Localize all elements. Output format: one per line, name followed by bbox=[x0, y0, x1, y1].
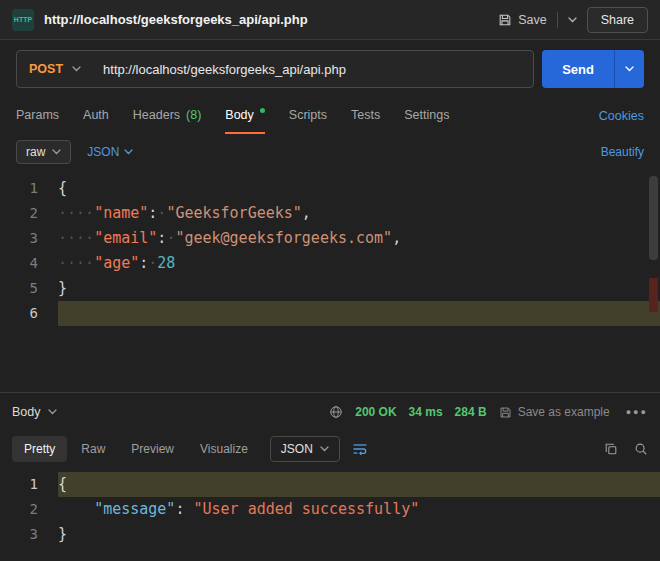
http-request-icon: HTTP bbox=[12, 9, 34, 31]
response-language-select[interactable]: JSON bbox=[270, 436, 340, 462]
response-tab-visualize[interactable]: Visualize bbox=[188, 436, 260, 462]
token-punct: { bbox=[58, 475, 67, 493]
network-globe-icon[interactable] bbox=[329, 405, 343, 419]
token-whitespace: ···· bbox=[58, 204, 94, 222]
beautify-button[interactable]: Beautify bbox=[601, 145, 644, 159]
request-tab-title: http://localhost/geeksforgeeks_api/api.p… bbox=[44, 12, 308, 27]
tab-auth[interactable]: Auth bbox=[83, 98, 109, 134]
response-tab-raw[interactable]: Raw bbox=[69, 436, 117, 462]
line-number: 1 bbox=[0, 176, 58, 201]
editor-line: 2 ····"name":·"GeeksforGeeks", bbox=[0, 201, 660, 226]
send-split-button: Send bbox=[542, 50, 644, 88]
share-button[interactable]: Share bbox=[587, 7, 648, 33]
cookies-link[interactable]: Cookies bbox=[599, 109, 644, 123]
line-number: 2 bbox=[0, 497, 58, 522]
tab-scripts[interactable]: Scripts bbox=[289, 98, 327, 134]
copy-button[interactable] bbox=[604, 442, 618, 456]
response-body-select[interactable]: Body bbox=[12, 405, 57, 419]
tab-settings[interactable]: Settings bbox=[404, 98, 449, 134]
chevron-down-icon bbox=[72, 66, 81, 72]
app-window: HTTP http://localhost/geeksforgeeks_api/… bbox=[0, 0, 660, 561]
tab-body[interactable]: Body bbox=[225, 98, 265, 134]
body-tab-dot bbox=[260, 108, 265, 113]
token-key: "email" bbox=[94, 229, 157, 247]
method-select[interactable]: POST bbox=[17, 62, 93, 76]
response-time[interactable]: 34 ms bbox=[409, 405, 443, 419]
body-format-toolbar: raw JSON Beautify bbox=[0, 134, 660, 170]
editor-line: 1 { bbox=[0, 176, 660, 201]
request-url-box: POST bbox=[16, 50, 534, 88]
editor-line: 3 ····"email":·"geek@geeksforgeeks.com", bbox=[0, 226, 660, 251]
tab-tests[interactable]: Tests bbox=[351, 98, 380, 134]
response-pane: Body 200 OK 34 ms 284 B Save as example … bbox=[0, 392, 660, 561]
url-input[interactable] bbox=[93, 62, 533, 77]
token-punct: : bbox=[139, 254, 148, 272]
wrap-text-button[interactable] bbox=[352, 442, 368, 456]
token-string: "geek@geeksforgeeks.com" bbox=[175, 229, 392, 247]
save-button[interactable]: Save bbox=[498, 13, 547, 27]
active-line-highlight bbox=[58, 301, 660, 326]
token-punct: , bbox=[392, 229, 401, 247]
token-punct: : bbox=[148, 204, 157, 222]
token-number: 28 bbox=[157, 254, 175, 272]
chevron-down-icon bbox=[48, 409, 57, 415]
line-number: 2 bbox=[0, 201, 58, 226]
response-tab-pretty[interactable]: Pretty bbox=[12, 436, 67, 462]
token-punct: { bbox=[58, 179, 67, 197]
token-punct: } bbox=[58, 525, 67, 543]
editor-line: 6 bbox=[0, 301, 660, 326]
overview-ruler-mark bbox=[649, 278, 658, 312]
wrap-text-icon bbox=[352, 442, 368, 456]
response-line: 1 { bbox=[0, 472, 660, 497]
token-punct: : bbox=[175, 500, 193, 518]
request-tabs: Params Auth Headers(8) Body Scripts Test… bbox=[0, 98, 660, 134]
divider bbox=[557, 12, 558, 28]
send-button[interactable]: Send bbox=[542, 50, 614, 88]
token-key: "message" bbox=[94, 500, 175, 518]
line-number: 3 bbox=[0, 226, 58, 251]
token-whitespace: · bbox=[148, 254, 157, 272]
save-icon bbox=[498, 13, 512, 27]
response-body-viewer[interactable]: 1 { 2 "message": "User added successfull… bbox=[0, 467, 660, 561]
chevron-down-icon bbox=[320, 446, 329, 452]
chevron-down-icon bbox=[625, 66, 634, 72]
request-title-bar: HTTP http://localhost/geeksforgeeks_api/… bbox=[0, 0, 660, 40]
token-whitespace bbox=[58, 500, 94, 518]
token-key: "age" bbox=[94, 254, 139, 272]
chevron-down-icon bbox=[568, 17, 577, 23]
search-button[interactable] bbox=[634, 442, 648, 456]
body-format-select[interactable]: raw bbox=[16, 140, 71, 164]
chevron-down-icon bbox=[52, 149, 61, 155]
save-icon bbox=[499, 406, 512, 419]
editor-line: 5 } bbox=[0, 276, 660, 301]
token-whitespace: ···· bbox=[58, 254, 94, 272]
save-as-example-button[interactable]: Save as example bbox=[499, 405, 610, 419]
save-label: Save bbox=[518, 13, 547, 27]
chevron-down-icon bbox=[124, 149, 133, 155]
editor-scrollbar[interactable] bbox=[649, 176, 658, 386]
response-size[interactable]: 284 B bbox=[455, 405, 487, 419]
request-body-editor[interactable]: 1 { 2 ····"name":·"GeeksforGeeks", 3 ···… bbox=[0, 170, 660, 392]
response-tabs: Pretty Raw Preview Visualize JSON bbox=[0, 431, 660, 467]
response-header: Body 200 OK 34 ms 284 B Save as example … bbox=[0, 393, 660, 431]
send-options-button[interactable] bbox=[614, 50, 644, 88]
response-line: 3 } bbox=[0, 522, 660, 547]
headers-count-badge: (8) bbox=[186, 108, 201, 122]
token-string: "User added successfully" bbox=[193, 500, 419, 518]
token-key: "name" bbox=[94, 204, 148, 222]
token-punct: } bbox=[58, 279, 67, 297]
tab-params[interactable]: Params bbox=[16, 98, 59, 134]
language-select[interactable]: JSON bbox=[87, 145, 133, 159]
editor-line: 4 ····"age":·28 bbox=[0, 251, 660, 276]
response-toolbar-icons bbox=[604, 442, 648, 456]
response-tab-preview[interactable]: Preview bbox=[119, 436, 186, 462]
response-status[interactable]: 200 OK bbox=[355, 405, 396, 419]
save-options-button[interactable] bbox=[568, 17, 577, 23]
response-line: 2 "message": "User added successfully" bbox=[0, 497, 660, 522]
more-options-icon[interactable]: ●●● bbox=[626, 407, 648, 417]
scrollbar-thumb[interactable] bbox=[649, 176, 658, 260]
tab-headers[interactable]: Headers(8) bbox=[133, 98, 202, 134]
line-number: 4 bbox=[0, 251, 58, 276]
active-line-highlight: { bbox=[58, 472, 660, 497]
search-icon bbox=[634, 442, 648, 456]
